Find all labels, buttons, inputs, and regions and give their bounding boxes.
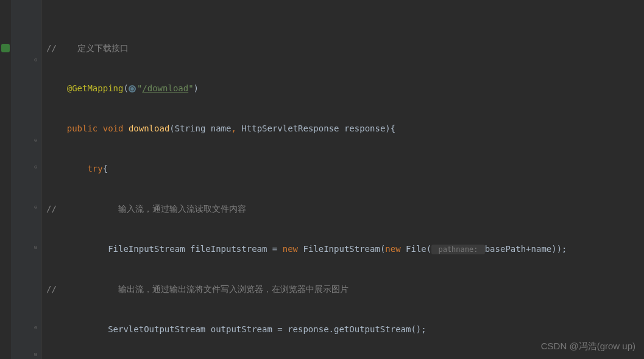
left-sidebar	[0, 0, 11, 359]
code-area[interactable]: // 定义下载接口 @GetMapping("/download") publi…	[41, 0, 644, 359]
fold-icon[interactable]: ⊖	[34, 138, 40, 143]
fold-icon[interactable]: ⊖	[34, 164, 40, 170]
fold-icon[interactable]: ⊖	[34, 325, 40, 330]
comment: // 输出流，通过输出流将文件写入浏览器，在浏览器中展示图片	[46, 284, 349, 294]
fold-icon[interactable]: ⊟	[34, 352, 40, 357]
code-editor: ⊖ ⊖ ⊖ ⊖ ⊟ ⊖ ⊟ // 定义下载接口 @GetMapping("/do…	[0, 0, 644, 359]
method-name: download	[129, 124, 169, 133]
editor-gutter[interactable]: ⊖ ⊖ ⊖ ⊖ ⊟ ⊖ ⊟	[11, 0, 41, 359]
globe-icon[interactable]	[129, 85, 136, 92]
fold-icon[interactable]: ⊖	[34, 204, 40, 210]
url-link[interactable]: /download	[142, 83, 188, 93]
inlay-hint: pathname:	[431, 245, 484, 254]
comment: // 定义下载接口	[46, 43, 129, 53]
annotation: @GetMapping	[67, 83, 124, 93]
wechat-icon[interactable]	[1, 44, 10, 52]
comment: // 输入流，通过输入流读取文件内容	[46, 204, 246, 214]
watermark: CSDN @冯浩(grow up)	[541, 340, 635, 353]
fold-icon[interactable]: ⊖	[34, 57, 40, 63]
fold-icon[interactable]: ⊟	[34, 245, 40, 250]
